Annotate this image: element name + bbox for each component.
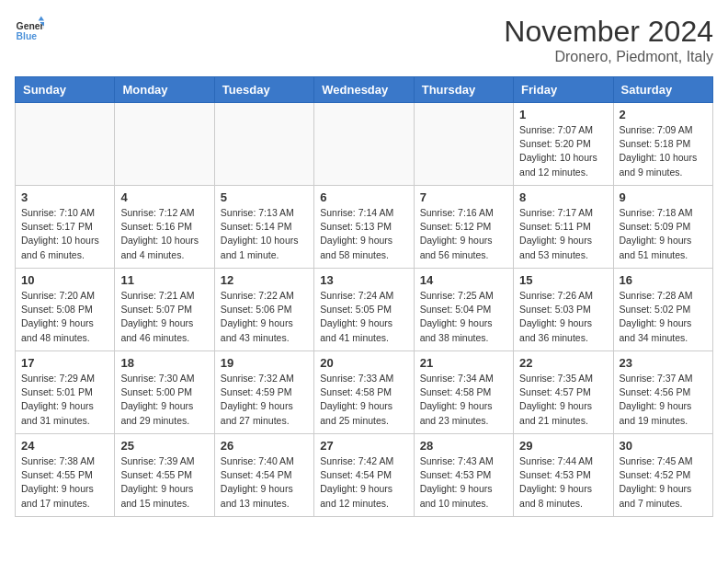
- calendar-week-row: 24Sunrise: 7:38 AM Sunset: 4:55 PM Dayli…: [16, 434, 713, 517]
- calendar-week-row: 1Sunrise: 7:07 AM Sunset: 5:20 PM Daylig…: [16, 103, 713, 186]
- day-number: 20: [320, 356, 407, 370]
- day-number: 3: [21, 190, 108, 204]
- day-info: Sunrise: 7:32 AM Sunset: 4:59 PM Dayligh…: [221, 372, 308, 428]
- calendar-day-cell: 3Sunrise: 7:10 AM Sunset: 5:17 PM Daylig…: [16, 186, 115, 269]
- calendar-day-cell: 15Sunrise: 7:26 AM Sunset: 5:03 PM Dayli…: [514, 269, 613, 351]
- day-number: 21: [420, 356, 507, 370]
- calendar-day-cell: 21Sunrise: 7:34 AM Sunset: 4:58 PM Dayli…: [414, 351, 513, 434]
- day-info: Sunrise: 7:28 AM Sunset: 5:02 PM Dayligh…: [620, 289, 707, 345]
- calendar-day-cell: 19Sunrise: 7:32 AM Sunset: 4:59 PM Dayli…: [214, 351, 313, 434]
- day-info: Sunrise: 7:09 AM Sunset: 5:18 PM Dayligh…: [620, 123, 707, 179]
- day-number: 19: [221, 356, 308, 370]
- day-number: 24: [21, 439, 108, 453]
- day-info: Sunrise: 7:18 AM Sunset: 5:09 PM Dayligh…: [620, 206, 707, 262]
- day-info: Sunrise: 7:35 AM Sunset: 4:57 PM Dayligh…: [519, 372, 607, 428]
- calendar-day-cell: 17Sunrise: 7:29 AM Sunset: 5:01 PM Dayli…: [16, 351, 115, 434]
- weekday-header: Thursday: [414, 77, 513, 103]
- calendar-day-cell: 2Sunrise: 7:09 AM Sunset: 5:18 PM Daylig…: [613, 103, 712, 186]
- calendar-day-cell: 9Sunrise: 7:18 AM Sunset: 5:09 PM Daylig…: [613, 186, 712, 269]
- calendar-header-row: SundayMondayTuesdayWednesdayThursdayFrid…: [16, 77, 713, 103]
- day-number: 7: [420, 190, 507, 204]
- day-info: Sunrise: 7:16 AM Sunset: 5:12 PM Dayligh…: [420, 206, 507, 262]
- day-number: 27: [320, 439, 407, 453]
- day-info: Sunrise: 7:37 AM Sunset: 4:56 PM Dayligh…: [620, 372, 707, 428]
- day-info: Sunrise: 7:38 AM Sunset: 4:55 PM Dayligh…: [21, 454, 108, 511]
- calendar-day-cell: [214, 103, 313, 186]
- day-number: 11: [120, 273, 208, 287]
- day-info: Sunrise: 7:42 AM Sunset: 4:54 PM Dayligh…: [320, 454, 407, 511]
- calendar-day-cell: [16, 103, 115, 186]
- day-number: 12: [221, 273, 308, 287]
- calendar-day-cell: 13Sunrise: 7:24 AM Sunset: 5:05 PM Dayli…: [314, 269, 414, 351]
- calendar-week-row: 17Sunrise: 7:29 AM Sunset: 5:01 PM Dayli…: [16, 351, 713, 434]
- logo-icon: General Blue: [15, 15, 44, 44]
- weekday-header: Sunday: [16, 77, 115, 103]
- day-info: Sunrise: 7:12 AM Sunset: 5:16 PM Dayligh…: [120, 206, 208, 262]
- calendar-day-cell: 11Sunrise: 7:21 AM Sunset: 5:07 PM Dayli…: [115, 269, 214, 351]
- weekday-header: Monday: [115, 77, 214, 103]
- day-number: 9: [620, 190, 707, 204]
- page-header: General Blue November 2024 Dronero, Pied…: [15, 15, 713, 65]
- calendar-week-row: 3Sunrise: 7:10 AM Sunset: 5:17 PM Daylig…: [16, 186, 713, 269]
- day-number: 28: [420, 439, 507, 453]
- day-info: Sunrise: 7:22 AM Sunset: 5:06 PM Dayligh…: [221, 289, 308, 345]
- calendar-day-cell: [414, 103, 513, 186]
- svg-text:Blue: Blue: [17, 31, 38, 41]
- day-number: 2: [620, 108, 707, 121]
- svg-text:General: General: [17, 21, 44, 31]
- calendar-day-cell: 14Sunrise: 7:25 AM Sunset: 5:04 PM Dayli…: [414, 269, 513, 351]
- day-number: 4: [120, 190, 208, 204]
- day-number: 18: [120, 356, 208, 370]
- day-info: Sunrise: 7:34 AM Sunset: 4:58 PM Dayligh…: [420, 372, 507, 428]
- title-block: November 2024 Dronero, Piedmont, Italy: [504, 15, 713, 65]
- day-number: 25: [120, 439, 208, 453]
- day-info: Sunrise: 7:17 AM Sunset: 5:11 PM Dayligh…: [519, 206, 607, 262]
- day-info: Sunrise: 7:43 AM Sunset: 4:53 PM Dayligh…: [420, 454, 507, 511]
- day-info: Sunrise: 7:10 AM Sunset: 5:17 PM Dayligh…: [21, 206, 108, 262]
- calendar-day-cell: 29Sunrise: 7:44 AM Sunset: 4:53 PM Dayli…: [514, 434, 613, 517]
- calendar-day-cell: 24Sunrise: 7:38 AM Sunset: 4:55 PM Dayli…: [16, 434, 115, 517]
- day-number: 26: [221, 439, 308, 453]
- calendar-day-cell: 4Sunrise: 7:12 AM Sunset: 5:16 PM Daylig…: [115, 186, 214, 269]
- day-number: 17: [21, 356, 108, 370]
- day-info: Sunrise: 7:21 AM Sunset: 5:07 PM Dayligh…: [120, 289, 208, 345]
- day-number: 5: [221, 190, 308, 204]
- day-number: 16: [620, 273, 707, 287]
- weekday-header: Friday: [514, 77, 613, 103]
- day-info: Sunrise: 7:25 AM Sunset: 5:04 PM Dayligh…: [420, 289, 507, 345]
- calendar-day-cell: 23Sunrise: 7:37 AM Sunset: 4:56 PM Dayli…: [613, 351, 712, 434]
- calendar-day-cell: 6Sunrise: 7:14 AM Sunset: 5:13 PM Daylig…: [314, 186, 414, 269]
- day-number: 8: [519, 190, 607, 204]
- day-number: 13: [320, 273, 407, 287]
- day-info: Sunrise: 7:45 AM Sunset: 4:52 PM Dayligh…: [620, 454, 707, 511]
- day-number: 15: [519, 273, 607, 287]
- calendar-day-cell: 10Sunrise: 7:20 AM Sunset: 5:08 PM Dayli…: [16, 269, 115, 351]
- weekday-header: Saturday: [613, 77, 712, 103]
- day-number: 30: [620, 439, 707, 453]
- day-info: Sunrise: 7:33 AM Sunset: 4:58 PM Dayligh…: [320, 372, 407, 428]
- calendar-day-cell: 8Sunrise: 7:17 AM Sunset: 5:11 PM Daylig…: [514, 186, 613, 269]
- calendar-day-cell: 12Sunrise: 7:22 AM Sunset: 5:06 PM Dayli…: [214, 269, 313, 351]
- month-title: November 2024: [504, 15, 713, 49]
- calendar-day-cell: 27Sunrise: 7:42 AM Sunset: 4:54 PM Dayli…: [314, 434, 414, 517]
- day-info: Sunrise: 7:13 AM Sunset: 5:14 PM Dayligh…: [221, 206, 308, 262]
- calendar-table: SundayMondayTuesdayWednesdayThursdayFrid…: [15, 76, 713, 517]
- day-info: Sunrise: 7:40 AM Sunset: 4:54 PM Dayligh…: [221, 454, 308, 511]
- day-info: Sunrise: 7:29 AM Sunset: 5:01 PM Dayligh…: [21, 372, 108, 428]
- calendar-day-cell: 5Sunrise: 7:13 AM Sunset: 5:14 PM Daylig…: [214, 186, 313, 269]
- calendar-day-cell: 7Sunrise: 7:16 AM Sunset: 5:12 PM Daylig…: [414, 186, 513, 269]
- day-number: 29: [519, 439, 607, 453]
- calendar-day-cell: 20Sunrise: 7:33 AM Sunset: 4:58 PM Dayli…: [314, 351, 414, 434]
- day-info: Sunrise: 7:07 AM Sunset: 5:20 PM Dayligh…: [519, 123, 607, 179]
- day-number: 14: [420, 273, 507, 287]
- day-number: 6: [320, 190, 407, 204]
- day-info: Sunrise: 7:14 AM Sunset: 5:13 PM Dayligh…: [320, 206, 407, 262]
- day-info: Sunrise: 7:20 AM Sunset: 5:08 PM Dayligh…: [21, 289, 108, 345]
- day-number: 1: [519, 108, 607, 121]
- calendar-day-cell: 25Sunrise: 7:39 AM Sunset: 4:55 PM Dayli…: [115, 434, 214, 517]
- day-info: Sunrise: 7:26 AM Sunset: 5:03 PM Dayligh…: [519, 289, 607, 345]
- day-info: Sunrise: 7:30 AM Sunset: 5:00 PM Dayligh…: [120, 372, 208, 428]
- calendar-day-cell: 16Sunrise: 7:28 AM Sunset: 5:02 PM Dayli…: [613, 269, 712, 351]
- day-info: Sunrise: 7:44 AM Sunset: 4:53 PM Dayligh…: [519, 454, 607, 511]
- calendar-day-cell: 30Sunrise: 7:45 AM Sunset: 4:52 PM Dayli…: [613, 434, 712, 517]
